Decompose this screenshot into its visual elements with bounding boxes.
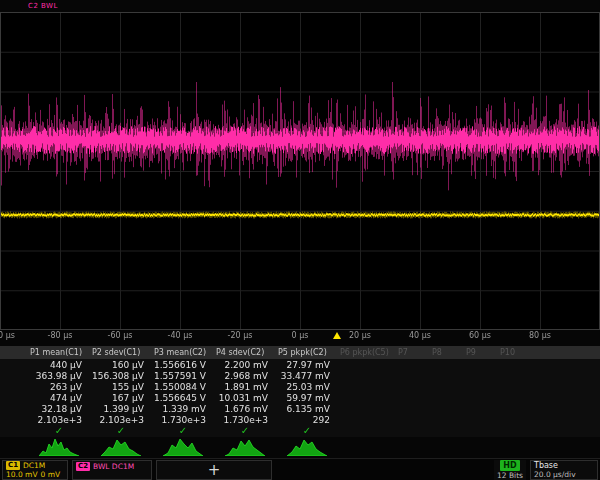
hd-badge: HD <box>500 460 519 471</box>
hd-bits: 12 Bits <box>497 471 523 480</box>
trace-annotation: C2 BWL <box>28 2 58 10</box>
measure-header-p2[interactable]: P2 sdev(C1) <box>90 348 152 357</box>
oscilloscope-screen: C2 BWL -100 µs -80 µs -60 µs -40 µs -20 … <box>0 0 600 480</box>
measure-row-value: 440 µV 160 µV 1.556616 V 2.200 mV 27.97 … <box>0 359 600 370</box>
measure-cell: 2.103e+3 <box>28 415 90 425</box>
measure-cell: 1.339 mV <box>152 404 214 414</box>
measure-cell: 1.891 mV <box>214 382 276 392</box>
tbase-scale: 20.0 µs/div <box>534 470 576 479</box>
measure-cell: 1.556645 V <box>152 393 214 403</box>
measure-cell: 27.97 mV <box>276 360 338 370</box>
measure-header-p10[interactable]: P10 <box>498 348 600 357</box>
measure-cell: 1.730e+3 <box>152 415 214 425</box>
time-label: 20 µs <box>349 331 371 340</box>
measure-cell: 263 µV <box>28 382 90 392</box>
measure-cell: 33.477 mV <box>276 371 338 381</box>
measure-header-p6[interactable]: P6 pkpk(C5) <box>338 348 396 357</box>
c1-offset: 0 mV <box>41 470 61 479</box>
measure-header-p1[interactable]: P1 mean(C1) <box>28 348 90 357</box>
measure-header-p4[interactable]: P4 sdev(C2) <box>214 348 276 357</box>
measure-row-min: 263 µV 155 µV 1.550084 V 1.891 mV 25.03 … <box>0 381 600 392</box>
measure-cell: 1.676 mV <box>214 404 276 414</box>
measure-cell: 363.98 µV <box>28 371 90 381</box>
time-label: -20 µs <box>228 331 253 340</box>
measure-cell: 2.200 mV <box>214 360 276 370</box>
hd-indicator: HD 12 Bits <box>494 460 526 480</box>
c2-badge: C2 <box>76 462 90 471</box>
measure-cell: 1.399 µV <box>90 404 152 414</box>
measure-header-p9[interactable]: P9 <box>464 348 498 357</box>
histicon-p4[interactable] <box>225 436 265 456</box>
measure-cell: 292 <box>276 415 338 425</box>
measure-cell: 167 µV <box>90 393 152 403</box>
measure-cell: 32.18 µV <box>28 404 90 414</box>
measure-cell: 440 µV <box>28 360 90 370</box>
histicon-p2[interactable] <box>101 436 141 456</box>
c2-coupling: BWL DC1M <box>93 462 134 471</box>
time-label: 80 µs <box>529 331 551 340</box>
measure-cell: 2.968 mV <box>214 371 276 381</box>
measure-row-max: 474 µV 167 µV 1.556645 V 10.031 mV 59.97… <box>0 392 600 403</box>
time-label: 40 µs <box>409 331 431 340</box>
timebase-descriptor[interactable]: Tbase 20.0 µs/div <box>530 460 598 480</box>
measure-cell: 1.557591 V <box>152 371 214 381</box>
measure-cell: 1.730e+3 <box>214 415 276 425</box>
measure-cell: 156.308 µV <box>90 371 152 381</box>
c1-scale: 10.0 mV <box>6 470 38 479</box>
measure-cell: 6.135 mV <box>276 404 338 414</box>
measure-cell: 474 µV <box>28 393 90 403</box>
measure-cell: 2.103e+3 <box>90 415 152 425</box>
histicon-p1[interactable] <box>39 436 79 456</box>
time-label: 60 µs <box>469 331 491 340</box>
histicon-p5[interactable] <box>287 436 327 456</box>
measure-row-mean: 363.98 µV 156.308 µV 1.557591 V 2.968 mV… <box>0 370 600 381</box>
time-label: -60 µs <box>108 331 133 340</box>
measure-header-p5[interactable]: P5 pkpk(C2) <box>276 348 338 357</box>
time-label: -80 µs <box>48 331 73 340</box>
measure-header-p3[interactable]: P3 mean(C2) <box>152 348 214 357</box>
time-label: -40 µs <box>168 331 193 340</box>
measure-header-p7[interactable]: P7 <box>396 348 430 357</box>
channel-c1-descriptor[interactable]: C1 DC1M 10.0 mV 0 mV <box>2 460 68 480</box>
measure-cell: 1.556616 V <box>152 360 214 370</box>
measure-cell: 160 µV <box>90 360 152 370</box>
channel-c2-descriptor[interactable]: C2 BWL DC1M <box>72 460 152 480</box>
measure-cell: 155 µV <box>90 382 152 392</box>
c1-badge: C1 <box>6 461 20 470</box>
histicon-p3[interactable] <box>163 436 203 456</box>
trigger-position-marker[interactable] <box>333 332 341 339</box>
plus-icon: + <box>208 463 221 477</box>
bottom-bar: C1 DC1M 10.0 mV 0 mV C2 BWL DC1M + HD 12… <box>0 458 600 480</box>
measure-header-p8[interactable]: P8 <box>430 348 464 357</box>
time-axis: -100 µs -80 µs -60 µs -40 µs -20 µs 0 µs… <box>0 331 600 344</box>
measure-cell: 25.03 mV <box>276 382 338 392</box>
tbase-label: Tbase <box>534 461 558 470</box>
time-label: 0 µs <box>292 331 309 340</box>
measure-cell: 59.97 mV <box>276 393 338 403</box>
measure-header-row: P1 mean(C1) P2 sdev(C1) P3 mean(C2) P4 s… <box>0 346 600 359</box>
measure-cell: 1.550084 V <box>152 382 214 392</box>
time-label: -100 µs <box>0 331 15 340</box>
bottom-bar-spacer <box>274 459 492 480</box>
measurement-table: P1 mean(C1) P2 sdev(C1) P3 mean(C2) P4 s… <box>0 346 600 437</box>
measure-row-sdev: 32.18 µV 1.399 µV 1.339 mV 1.676 mV 6.13… <box>0 403 600 414</box>
measure-row-num: 2.103e+3 2.103e+3 1.730e+3 1.730e+3 292 <box>0 414 600 425</box>
add-trace-box[interactable]: + <box>156 460 272 480</box>
waveform-grid <box>0 12 600 330</box>
measure-cell: 10.031 mV <box>214 393 276 403</box>
c1-coupling: DC1M <box>23 461 45 470</box>
